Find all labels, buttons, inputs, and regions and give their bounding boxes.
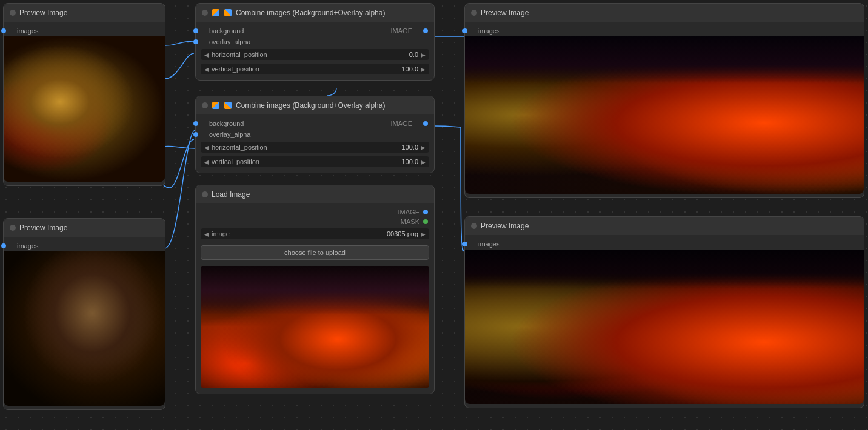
port-row-overlay-1: overlay_alpha (196, 36, 434, 47)
port-row-overlay-2: overlay_alpha (196, 129, 434, 140)
slider-left-arrow-h2[interactable]: ◀ (204, 144, 209, 151)
node-title-preview1: Preview Image (19, 8, 67, 17)
node-header-preview3: Preview Image (465, 4, 864, 22)
preview-image-2 (4, 251, 165, 406)
slider-value-image-file: 00305.png (387, 230, 418, 237)
node-body-load: IMAGE MASK ◀ image 00305.png ▶ choose fi… (196, 203, 434, 394)
port-dot-image-output[interactable] (423, 210, 428, 214)
combined-bottom-image (465, 250, 864, 404)
node-title-preview3: Preview Image (481, 8, 529, 17)
bald-man-image (4, 251, 165, 406)
port-dot-images-4[interactable] (462, 242, 467, 246)
port-row-images-2: images (4, 240, 165, 251)
port-row-background-2: background IMAGE (196, 118, 434, 129)
port-dot-background-2[interactable] (193, 121, 198, 126)
port-label-overlay-1: overlay_alpha (209, 38, 251, 45)
load-image-node: Load Image IMAGE MASK ◀ image 00305.png … (195, 185, 435, 394)
combine-images-node-1: Combine images (Background+Overlay alpha… (195, 3, 435, 81)
preview-image-node-3: Preview Image images (464, 3, 864, 198)
slider-row-horizontal-1: ◀ horizontal_position 0.0 ▶ (196, 47, 434, 62)
node-title-load: Load Image (212, 190, 250, 199)
slider-right-arrow-v2[interactable]: ▶ (421, 159, 426, 165)
node-header-preview2: Preview Image (4, 219, 165, 237)
node-body-preview4: images (465, 235, 864, 408)
port-label-image-out-2: IMAGE (391, 120, 412, 127)
port-dot-overlay-1[interactable] (193, 39, 198, 44)
node-header-preview1: Preview Image (4, 4, 165, 22)
slider-value-vertical-2: 100.0 (401, 158, 418, 165)
port-label-background-1: background (209, 27, 244, 35)
slider-right-arrow-h2[interactable]: ▶ (421, 144, 426, 151)
node-status-dot (10, 10, 16, 16)
image-output-row: IMAGE (196, 207, 434, 217)
city-fire-preview (201, 266, 429, 388)
combine-icon-2 (224, 8, 232, 17)
choose-file-row: choose file to upload (196, 241, 434, 264)
port-row-images-1: images (4, 25, 165, 36)
port-dot-overlay-2[interactable] (193, 132, 198, 137)
node-title-preview4: Preview Image (481, 222, 529, 230)
slider-left-arrow-h1[interactable]: ◀ (204, 51, 209, 58)
port-dot-mask-output[interactable] (423, 219, 428, 224)
port-row-background-1: background IMAGE (196, 25, 434, 36)
preview-image-node-1: Preview Image images (3, 3, 165, 186)
node-status-dot-combine1 (202, 10, 208, 16)
slider-label-image-file: image (212, 230, 384, 237)
combine-icon-1 (212, 8, 220, 17)
node-status-dot-load (202, 191, 208, 197)
combine-icon-4 (224, 101, 232, 110)
slider-right-arrow-v1[interactable]: ▶ (421, 66, 426, 73)
node-body-preview1: images (4, 22, 165, 185)
port-label-overlay-2: overlay_alpha (209, 131, 251, 138)
port-label-image-out-1: IMAGE (391, 27, 412, 35)
port-row-images-4: images (465, 239, 864, 250)
node-title-preview2: Preview Image (19, 223, 67, 232)
preview-image-node-2: Preview Image images (3, 218, 165, 410)
slider-row-horizontal-2: ◀ horizontal_position 100.0 ▶ (196, 140, 434, 154)
port-dot-image-out-1[interactable] (423, 28, 428, 33)
node-body-combine2: background IMAGE overlay_alpha ◀ horizon… (196, 114, 434, 173)
preview-image-1 (4, 36, 165, 182)
node-body-preview2: images (4, 237, 165, 409)
preview-image-4 (465, 250, 864, 404)
port-dot-image-out-2[interactable] (423, 121, 428, 126)
port-dot-images-3[interactable] (462, 28, 467, 33)
slider-vertical-1[interactable]: ◀ vertical_position 100.0 ▶ (201, 64, 429, 74)
node-body-combine1: background IMAGE overlay_alpha ◀ horizon… (196, 22, 434, 80)
slider-row-vertical-2: ◀ vertical_position 100.0 ▶ (196, 154, 434, 169)
port-label-images-2: images (17, 242, 38, 250)
slider-label-vertical-2: vertical_position (212, 158, 399, 165)
slider-label-vertical-1: vertical_position (212, 65, 399, 73)
port-dot-images-2[interactable] (1, 243, 6, 248)
node-header-preview4: Preview Image (465, 217, 864, 235)
port-dot-images-1[interactable] (1, 28, 6, 33)
slider-horizontal-2[interactable]: ◀ horizontal_position 100.0 ▶ (201, 142, 429, 153)
slider-image-file[interactable]: ◀ image 00305.png ▶ (201, 228, 429, 239)
port-label-image-output: IMAGE (398, 208, 419, 216)
port-label-images-3: images (478, 27, 499, 35)
slider-right-arrow-h1[interactable]: ▶ (421, 51, 426, 58)
node-canvas[interactable]: Preview Image images Preview Image image… (0, 0, 868, 430)
node-header-load: Load Image (196, 185, 434, 203)
port-row-images-3: images (465, 25, 864, 36)
choose-file-button[interactable]: choose file to upload (201, 245, 429, 260)
node-header-combine1: Combine images (Background+Overlay alpha… (196, 4, 434, 22)
combine-images-node-2: Combine images (Background+Overlay alpha… (195, 96, 435, 173)
node-title-combine2: Combine images (Background+Overlay alpha… (236, 101, 385, 110)
node-status-dot-combine2 (202, 102, 208, 108)
node-body-preview3: images (465, 22, 864, 197)
slider-left-arrow-v1[interactable]: ◀ (204, 66, 209, 73)
port-dot-background-1[interactable] (193, 28, 198, 33)
node-header-combine2: Combine images (Background+Overlay alpha… (196, 96, 434, 114)
combine-icon-3 (212, 101, 220, 110)
port-label-background-2: background (209, 120, 244, 127)
slider-left-arrow-img[interactable]: ◀ (204, 231, 209, 237)
slider-left-arrow-v2[interactable]: ◀ (204, 159, 209, 165)
slider-vertical-2[interactable]: ◀ vertical_position 100.0 ▶ (201, 156, 429, 167)
slider-horizontal-1[interactable]: ◀ horizontal_position 0.0 ▶ (201, 49, 429, 60)
node-status-dot-4 (471, 223, 477, 229)
combined-top-image (465, 36, 864, 194)
slider-right-arrow-img[interactable]: ▶ (421, 231, 426, 237)
preview-image-node-4: Preview Image images (464, 216, 864, 408)
slider-label-horizontal-2: horizontal_position (212, 144, 399, 151)
